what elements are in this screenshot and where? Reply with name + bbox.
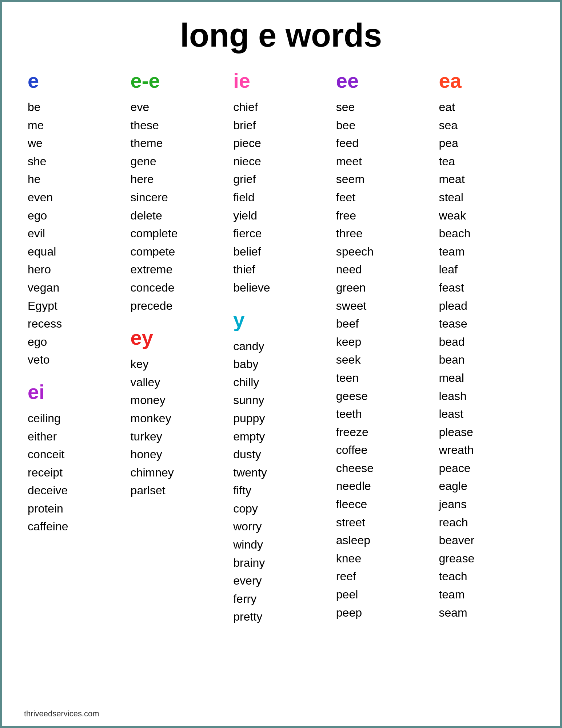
- word-item: complete: [131, 225, 226, 243]
- word-item: seek: [336, 351, 432, 369]
- word-item: delete: [131, 207, 226, 225]
- word-item: plead: [439, 297, 534, 315]
- word-item: be: [28, 98, 123, 116]
- word-item: precede: [131, 297, 226, 315]
- word-item: seam: [439, 604, 534, 622]
- col-e: ebemewesheheevenegoevilequalheroveganEgy…: [24, 69, 127, 536]
- word-item: pea: [439, 134, 534, 153]
- word-item: sea: [439, 116, 534, 135]
- section-header-ea: ea: [439, 69, 534, 92]
- word-item: dusty: [233, 446, 329, 464]
- section-e: ebemewesheheevenegoevilequalheroveganEgy…: [28, 69, 123, 369]
- word-item: recess: [28, 315, 123, 333]
- word-item: wreath: [439, 441, 534, 459]
- word-item: believe: [233, 279, 329, 297]
- word-item: windy: [233, 536, 329, 554]
- word-item: deceive: [28, 482, 123, 500]
- word-item: niece: [233, 153, 329, 171]
- word-item: teach: [439, 567, 534, 586]
- section-ee: eeseebeefeedmeetseemfeetfreethreespeechn…: [336, 69, 432, 622]
- word-list-ey: keyvalleymoneymonkeyturkeyhoneychimneypa…: [131, 355, 226, 500]
- word-item: team: [439, 243, 534, 261]
- word-item: money: [131, 391, 226, 410]
- word-item: keep: [336, 333, 432, 351]
- word-item: needle: [336, 477, 432, 495]
- word-item: he: [28, 170, 123, 189]
- word-item: asleep: [336, 531, 432, 550]
- word-item: meet: [336, 153, 432, 171]
- section-header-ey: ey: [131, 326, 226, 349]
- word-item: coffee: [336, 441, 432, 459]
- word-item: knee: [336, 550, 432, 568]
- word-item: beach: [439, 225, 534, 243]
- word-item: compete: [131, 243, 226, 261]
- word-item: peep: [336, 604, 432, 622]
- col-ea: eaeatseapeateameatstealweakbeachteamleaf…: [435, 69, 538, 622]
- word-item: equal: [28, 243, 123, 261]
- word-item: evil: [28, 225, 123, 243]
- word-item: meat: [439, 170, 534, 189]
- word-list-ei: ceilingeitherconceitreceiptdeceiveprotei…: [28, 410, 123, 536]
- word-item: eat: [439, 98, 534, 116]
- word-item: worry: [233, 518, 329, 536]
- word-item: bead: [439, 333, 534, 351]
- word-item: twenty: [233, 464, 329, 482]
- word-item: team: [439, 586, 534, 604]
- word-list-ie: chiefbriefpieceniecegrieffieldyieldfierc…: [233, 98, 329, 297]
- word-item: bee: [336, 116, 432, 135]
- word-item: baby: [233, 355, 329, 373]
- section-header-e-e: e-e: [131, 69, 226, 92]
- section-header-ei: ei: [28, 380, 123, 404]
- word-item: receipt: [28, 464, 123, 482]
- word-item: every: [233, 572, 329, 590]
- word-item: belief: [233, 243, 329, 261]
- word-item: ego: [28, 207, 123, 225]
- word-item: honey: [131, 446, 226, 464]
- word-item: brief: [233, 116, 329, 135]
- word-item: copy: [233, 500, 329, 518]
- word-list-ee: seebeefeedmeetseemfeetfreethreespeechnee…: [336, 98, 432, 622]
- word-item: steal: [439, 189, 534, 207]
- word-item: here: [131, 170, 226, 189]
- word-item: grief: [233, 170, 329, 189]
- word-item: chilly: [233, 373, 329, 392]
- word-item: gene: [131, 153, 226, 171]
- word-item: sincere: [131, 189, 226, 207]
- word-item: teen: [336, 369, 432, 387]
- word-item: see: [336, 98, 432, 116]
- word-list-y: candybabychillysunnypuppyemptydustytwent…: [233, 337, 329, 626]
- word-item: conceit: [28, 446, 123, 464]
- page: long e words ebemewesheheevenegoevilequa…: [0, 0, 562, 728]
- word-item: need: [336, 261, 432, 279]
- word-item: three: [336, 225, 432, 243]
- section-header-y: y: [233, 308, 329, 332]
- word-item: feet: [336, 189, 432, 207]
- word-item: she: [28, 153, 123, 171]
- section-ei: eiceilingeitherconceitreceiptdeceiveprot…: [28, 380, 123, 536]
- word-item: brainy: [233, 554, 329, 572]
- word-item: tea: [439, 153, 534, 171]
- section-e-e: e-eevethesethemegeneheresinceredeletecom…: [131, 69, 226, 315]
- word-item: beaver: [439, 531, 534, 550]
- word-item: concede: [131, 279, 226, 297]
- word-item: teeth: [336, 405, 432, 423]
- word-item: key: [131, 355, 226, 373]
- word-item: seem: [336, 170, 432, 189]
- word-item: bean: [439, 351, 534, 369]
- word-item: fierce: [233, 225, 329, 243]
- word-item: feed: [336, 134, 432, 153]
- col-ee: e-eevethesethemegeneheresinceredeletecom…: [127, 69, 230, 500]
- word-item: weak: [439, 207, 534, 225]
- word-item: theme: [131, 134, 226, 153]
- word-item: pretty: [233, 608, 329, 626]
- word-item: green: [336, 279, 432, 297]
- word-item: extreme: [131, 261, 226, 279]
- word-item: eve: [131, 98, 226, 116]
- word-item: feast: [439, 279, 534, 297]
- word-list-e: bemewesheheevenegoevilequalheroveganEgyp…: [28, 98, 123, 369]
- word-item: ferry: [233, 590, 329, 608]
- word-item: these: [131, 116, 226, 135]
- columns-container: ebemewesheheevenegoevilequalheroveganEgy…: [24, 69, 538, 626]
- word-item: parlset: [131, 482, 226, 500]
- word-item: empty: [233, 428, 329, 446]
